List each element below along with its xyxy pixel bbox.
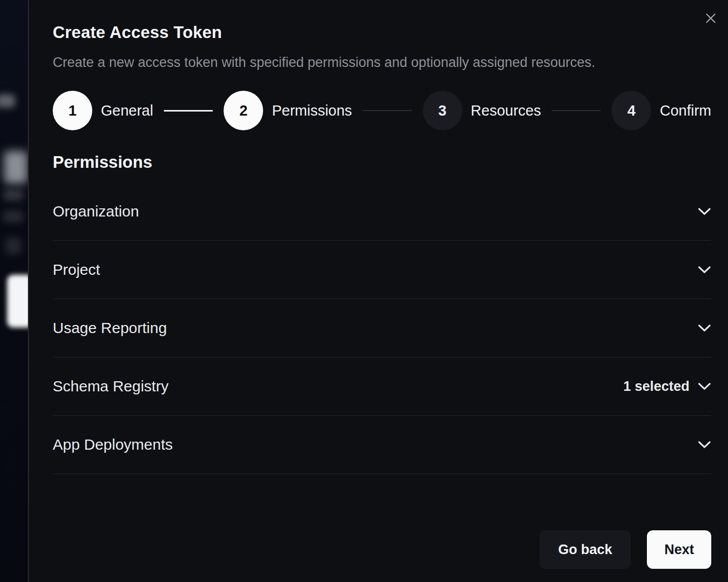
section-label: Schema Registry [53,378,168,395]
go-back-button[interactable]: Go back [539,530,631,569]
background-blur-blob [4,151,27,184]
background-blur-blob [0,94,15,107]
section-row-controls [698,324,711,333]
section-label: App Deployments [53,436,173,453]
background-blur-blob [3,210,23,223]
x-icon [705,12,717,24]
step-general[interactable]: 1General [53,91,153,130]
chevron-down-icon [698,324,711,333]
step-label: General [101,102,153,119]
section-label: Usage Reporting [53,319,167,337]
step-number-badge: 2 [224,91,263,130]
step-label: Resources [471,102,541,119]
step-label: Confirm [660,102,711,119]
chevron-down-icon [698,382,711,391]
section-row-app-deployments[interactable]: App Deployments [53,416,711,474]
permissions-heading: Permissions [53,153,711,172]
close-button[interactable] [703,10,719,26]
wizard-stepper: 1General2Permissions3Resources4Confirm [53,91,711,130]
step-permissions[interactable]: 2Permissions [224,91,352,130]
step-resources[interactable]: 3Resources [423,91,541,130]
section-row-usage-reporting[interactable]: Usage Reporting [53,299,711,357]
section-row-project[interactable]: Project [53,241,711,299]
dialog-footer: Go back Next [539,530,711,569]
section-row-controls [698,266,711,274]
section-row-controls [698,441,711,449]
step-label: Permissions [272,102,352,119]
step-connector [552,110,601,111]
step-connector [164,110,213,112]
modal-title: Create Access Token [53,23,711,42]
section-row-controls [698,207,711,216]
background-blur-blob [5,237,21,254]
section-label: Organization [53,203,139,220]
step-number-badge: 3 [423,91,462,130]
background-page [0,0,28,582]
section-label: Project [53,261,100,278]
selected-count-badge: 1 selected [623,379,689,394]
section-row-controls: 1 selected [623,379,711,394]
chevron-down-icon [698,266,711,274]
chevron-down-icon [698,207,711,216]
step-number-badge: 4 [611,91,651,130]
section-row-organization[interactable]: Organization [53,183,711,241]
background-blur-blob [7,275,28,328]
step-number-badge: 1 [53,91,92,130]
section-row-schema-registry[interactable]: Schema Registry1 selected [53,357,711,416]
step-confirm[interactable]: 4Confirm [611,91,711,130]
step-connector [362,110,412,111]
next-button[interactable]: Next [647,530,711,569]
modal-subtitle: Create a new access token with specified… [53,55,711,70]
create-access-token-dialog: Create Access Token Create a new access … [28,0,728,582]
chevron-down-icon [698,441,711,449]
permission-sections: OrganizationProjectUsage ReportingSchema… [53,183,711,474]
background-blur-blob [3,189,23,201]
